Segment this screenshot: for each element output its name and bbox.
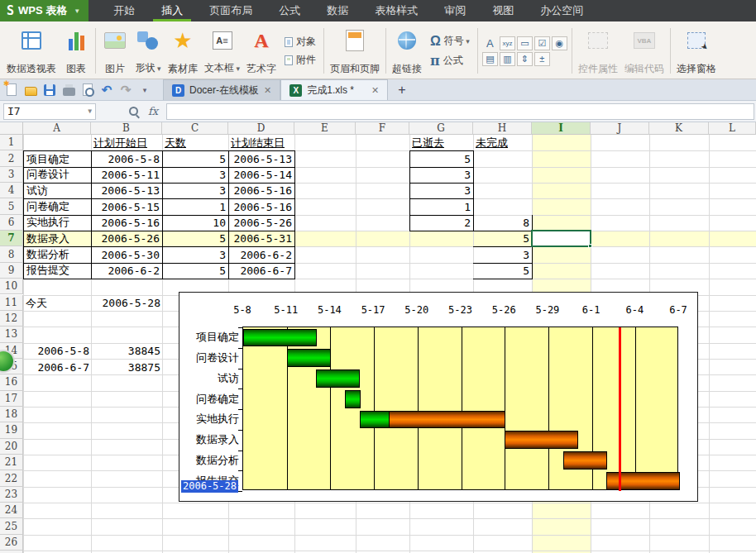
cell-H1[interactable]: 未完成 — [473, 135, 533, 151]
selection-pane-button[interactable]: 选择窗格 — [673, 25, 720, 77]
cell-D8[interactable]: 2006-6-2 — [228, 246, 295, 263]
header-footer-button[interactable]: 页眉和页脚 — [327, 25, 383, 77]
attachment-button[interactable]: 附件 — [282, 52, 318, 68]
hyperlink-button[interactable]: 超链接 — [389, 25, 425, 77]
chart-button[interactable]: 图表 — [60, 25, 93, 77]
listbox-control-button[interactable]: ▥ — [500, 52, 515, 66]
cell-A5[interactable]: 问卷确定 — [23, 198, 92, 215]
cell-C5[interactable]: 1 — [162, 198, 229, 215]
row-header-19[interactable]: 19 — [0, 422, 23, 438]
groupbox-control-button[interactable]: ▭ — [517, 36, 533, 50]
new-tab-button[interactable]: + — [388, 79, 415, 100]
cell-H6[interactable]: 8 — [473, 215, 533, 231]
cell-B11[interactable]: 2006-5-28 — [91, 295, 163, 312]
column-header-B[interactable]: B — [91, 122, 162, 135]
fill-handle[interactable] — [588, 244, 592, 248]
menu-tab-表格样式[interactable]: 表格样式 — [361, 0, 431, 21]
column-header-C[interactable]: C — [162, 122, 228, 135]
cell-H9[interactable]: 5 — [473, 263, 533, 279]
row-header-8[interactable]: 8 — [0, 246, 23, 262]
cell-B8[interactable]: 2006-5-30 — [91, 246, 163, 263]
cell-G5[interactable]: 1 — [409, 198, 474, 215]
cell-C6[interactable]: 10 — [162, 215, 229, 231]
cell-B5[interactable]: 2006-5-15 — [91, 198, 163, 215]
column-header-L[interactable]: L — [709, 122, 756, 135]
row-header-11[interactable]: 11 — [0, 295, 23, 311]
cell-D3[interactable]: 2006-5-14 — [228, 167, 295, 184]
cell-C3[interactable]: 3 — [162, 167, 229, 184]
menu-tab-视图[interactable]: 视图 — [479, 0, 527, 21]
radio-control-button[interactable]: ◉ — [552, 36, 567, 50]
row-header-3[interactable]: 3 — [0, 167, 23, 183]
select-all-corner[interactable] — [0, 122, 23, 135]
save-button[interactable] — [43, 83, 56, 97]
equation-button[interactable]: π 公式 — [428, 52, 472, 69]
print-preview-button[interactable] — [81, 83, 94, 97]
symbol-button[interactable]: Ω 符号 — [428, 33, 472, 50]
row-header-23[interactable]: 23 — [0, 487, 23, 503]
row-header-17[interactable]: 17 — [0, 391, 23, 407]
row-header-7[interactable]: 7 — [0, 231, 23, 246]
close-icon[interactable]: ✕ — [371, 85, 379, 96]
column-header-K[interactable]: K — [649, 122, 709, 135]
open-button[interactable] — [24, 83, 37, 97]
row-header-16[interactable]: 16 — [0, 374, 23, 390]
cell-G4[interactable]: 3 — [409, 183, 474, 199]
cell-A7[interactable]: 数据录入 — [23, 231, 92, 247]
cell-B4[interactable]: 2006-5-13 — [91, 183, 163, 199]
menu-tab-开始[interactable]: 开始 — [100, 0, 148, 21]
gantt-chart-object[interactable]: 5-85-115-145-175-205-235-265-296-16-46-7… — [179, 292, 698, 502]
menu-tab-页面布局[interactable]: 页面布局 — [196, 0, 266, 21]
row-header-2[interactable]: 2 — [0, 150, 23, 166]
row-header-13[interactable]: 13 — [0, 327, 23, 342]
menu-tab-公式[interactable]: 公式 — [266, 0, 313, 21]
cell-C9[interactable]: 5 — [162, 263, 229, 279]
cell-A9[interactable]: 报告提交 — [23, 263, 92, 279]
name-box[interactable]: I7 ▼ — [3, 103, 96, 120]
scrollbar-control-button[interactable]: ± — [534, 52, 550, 66]
cell-D9[interactable]: 2006-6-7 — [228, 263, 295, 279]
cell-A2[interactable]: 项目确定 — [23, 150, 92, 167]
cell-A11[interactable]: 今天 — [23, 295, 92, 312]
row-header-9[interactable]: 9 — [0, 263, 23, 279]
formula-input[interactable] — [166, 103, 754, 120]
row-header-21[interactable]: 21 — [0, 455, 23, 470]
spinner-control-button[interactable]: ⇕ — [517, 52, 533, 66]
row-header-24[interactable]: 24 — [0, 503, 23, 518]
wordart-button[interactable]: A 艺术字 — [243, 25, 280, 77]
cell-D5[interactable]: 2006-5-16 — [228, 198, 295, 215]
cell-B14[interactable]: 38845 — [91, 343, 163, 360]
cell-C2[interactable]: 5 — [162, 150, 229, 167]
menu-tab-办公空间[interactable]: 办公空间 — [527, 0, 596, 21]
column-header-J[interactable]: J — [591, 122, 649, 135]
row-header-10[interactable]: 10 — [0, 279, 23, 294]
cell-D6[interactable]: 2006-5-26 — [228, 215, 295, 231]
column-header-E[interactable]: E — [294, 122, 356, 135]
label-control-button[interactable]: A — [482, 36, 498, 50]
row-header-4[interactable]: 4 — [0, 183, 23, 198]
insert-function-icon[interactable]: fx — [148, 105, 158, 117]
cell-B7[interactable]: 2006-5-26 — [91, 231, 163, 247]
row-header-6[interactable]: 6 — [0, 215, 23, 231]
pivot-table-button[interactable]: 数据透视表 — [3, 25, 60, 77]
print-button[interactable] — [62, 83, 75, 97]
row-header-5[interactable]: 5 — [0, 198, 23, 214]
row-header-22[interactable]: 22 — [0, 470, 23, 486]
cell-G3[interactable]: 3 — [409, 167, 474, 184]
cell-G2[interactable]: 5 — [409, 150, 474, 167]
cell-H8[interactable]: 3 — [473, 246, 533, 263]
combobox-control-button[interactable]: ▤ — [482, 52, 498, 66]
cell-D1[interactable]: 计划结束日 — [228, 135, 295, 151]
row-header-25[interactable]: 25 — [0, 518, 23, 534]
doc-tab[interactable]: DDocer-在线模板✕ — [163, 79, 280, 100]
cell-H7[interactable]: 5 — [473, 231, 533, 247]
cell-D2[interactable]: 2006-5-13 — [228, 150, 295, 167]
cell-B1[interactable]: 计划开始日 — [91, 135, 163, 151]
close-icon[interactable]: ✕ — [264, 85, 271, 96]
column-header-I[interactable]: I — [532, 122, 591, 135]
shapes-button[interactable]: 形状 — [132, 25, 165, 77]
row-header-12[interactable]: 12 — [0, 311, 23, 327]
row-header-1[interactable]: 1 — [0, 135, 23, 150]
cell-A14[interactable]: 2006-5-8 — [23, 343, 92, 360]
cell-D4[interactable]: 2006-5-16 — [228, 183, 295, 199]
